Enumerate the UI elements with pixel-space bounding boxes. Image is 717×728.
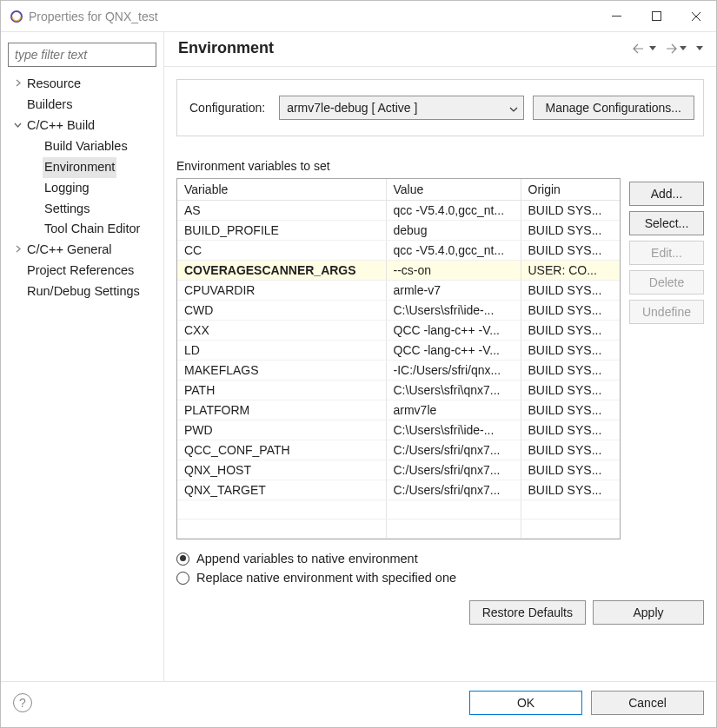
header-nav [632, 43, 704, 54]
env-cell-origin: USER: CO... [521, 261, 620, 281]
ok-button[interactable]: OK [469, 691, 582, 715]
env-cell-variable: CXX [177, 321, 386, 341]
configuration-group: Configuration: armv7le-debug [ Active ] … [176, 79, 704, 136]
tree-item[interactable]: C/C++ Build [6, 116, 158, 136]
env-row[interactable]: QNX_TARGETC:/Users/sfri/qnx7...BUILD SYS… [177, 480, 620, 500]
env-row[interactable]: MAKEFLAGS-IC:/Users/sfri/qnx...BUILD SYS… [177, 361, 620, 381]
nav-tree: ResourceBuildersC/C++ BuildBuild Variabl… [6, 74, 158, 681]
env-row[interactable]: PLATFORMarmv7leBUILD SYS... [177, 400, 620, 420]
col-variable[interactable]: Variable [177, 179, 386, 201]
twisty-collapsed-icon[interactable] [11, 77, 23, 92]
env-cell-origin: BUILD SYS... [521, 381, 620, 400]
cancel-button[interactable]: Cancel [591, 691, 704, 715]
manage-configurations-button[interactable]: Manage Configurations... [533, 96, 694, 120]
env-cell-origin: BUILD SYS... [521, 201, 620, 221]
env-cell-variable: CPUVARDIR [177, 281, 386, 301]
col-origin[interactable]: Origin [521, 179, 620, 201]
env-row[interactable]: ASqcc -V5.4.0,gcc_nt...BUILD SYS... [177, 201, 620, 221]
tree-item[interactable]: Settings [6, 199, 158, 220]
configuration-select[interactable]: armv7le-debug [ Active ] [279, 96, 523, 120]
tree-item[interactable]: Tool Chain Editor [6, 219, 158, 240]
window-title: Properties for QNX_test [29, 10, 596, 23]
tree-item-label: Resource [25, 74, 83, 95]
env-cell-value: QCC -lang-c++ -V... [386, 341, 521, 361]
configuration-value: armv7le-debug [ Active ] [287, 101, 417, 115]
append-radio[interactable]: Append variables to native environment [176, 552, 704, 566]
col-value[interactable]: Value [386, 179, 521, 201]
env-cell-origin: BUILD SYS... [521, 341, 620, 361]
tree-item[interactable]: Logging [6, 178, 158, 199]
env-cell-value: debug [386, 221, 521, 241]
env-row[interactable]: PWDC:\Users\sfri\ide-...BUILD SYS... [177, 420, 620, 440]
configuration-label: Configuration: [189, 101, 265, 115]
edit-button: Edit... [629, 241, 704, 265]
append-radio-label: Append variables to native environment [196, 552, 418, 566]
env-row[interactable]: CPUVARDIRarmle-v7BUILD SYS... [177, 281, 620, 301]
tree-item[interactable]: Build Variables [6, 136, 158, 157]
env-cell-value: C:/Users/sfri/qnx7... [386, 480, 521, 500]
env-cell-value: qcc -V5.4.0,gcc_nt... [386, 241, 521, 261]
maximize-button[interactable] [636, 1, 676, 31]
undefine-button: Undefine [629, 300, 704, 324]
tree-item[interactable]: Builders [6, 95, 158, 116]
env-row[interactable]: CXXQCC -lang-c++ -V...BUILD SYS... [177, 321, 620, 341]
tree-item[interactable]: Run/Debug Settings [6, 281, 158, 302]
select-button[interactable]: Select... [629, 211, 704, 235]
env-row[interactable]: CWDC:\Users\sfri\ide-...BUILD SYS... [177, 301, 620, 321]
env-cell-variable: AS [177, 201, 386, 221]
env-cell-value: C:/Users/sfri/qnx7... [386, 460, 521, 480]
filter-input[interactable] [8, 43, 156, 67]
tree-item[interactable]: Environment [6, 157, 158, 178]
env-row[interactable]: COVERAGESCANNER_ARGS--cs-onUSER: CO... [177, 261, 620, 281]
nav-menu-button[interactable] [693, 43, 704, 54]
env-row[interactable]: QNX_HOSTC:/Users/sfri/qnx7...BUILD SYS..… [177, 460, 620, 480]
env-cell-variable: MAKEFLAGS [177, 361, 386, 381]
env-cell-origin: BUILD SYS... [521, 420, 620, 440]
env-cell-origin: BUILD SYS... [521, 460, 620, 480]
tree-item-label: Project References [25, 261, 136, 281]
restore-defaults-button[interactable]: Restore Defaults [469, 600, 586, 625]
minimize-button[interactable] [596, 1, 636, 31]
env-cell-variable: CWD [177, 301, 386, 321]
env-cell-variable: QNX_TARGET [177, 480, 386, 500]
env-table[interactable]: Variable Value Origin ASqcc -V5.4.0,gcc_… [176, 178, 621, 539]
env-caption: Environment variables to set [176, 159, 621, 173]
content-pane: Environment Conf [164, 32, 716, 681]
twisty-expanded-icon[interactable] [11, 119, 23, 134]
tree-item-label: C/C++ General [25, 240, 114, 261]
apply-button[interactable]: Apply [593, 600, 704, 625]
properties-dialog: Properties for QNX_test ResourceBuilders… [0, 0, 717, 728]
restore-apply-row: Restore Defaults Apply [176, 600, 704, 625]
add-button[interactable]: Add... [629, 182, 704, 206]
env-row[interactable]: CCqcc -V5.4.0,gcc_nt...BUILD SYS... [177, 241, 620, 261]
env-row[interactable]: PATHC:\Users\sfri\qnx7...BUILD SYS... [177, 381, 620, 400]
env-row[interactable]: BUILD_PROFILEdebugBUILD SYS... [177, 221, 620, 241]
env-cell-origin: BUILD SYS... [521, 241, 620, 261]
nav-forward-button[interactable] [662, 43, 687, 54]
env-cell-variable: QNX_HOST [177, 460, 386, 480]
dialog-footer: ? OK Cancel [1, 681, 716, 727]
tree-item-label: Logging [43, 178, 91, 199]
replace-radio[interactable]: Replace native environment with specifie… [176, 571, 704, 585]
env-cell-value: C:/Users/sfri/qnx7... [386, 440, 521, 460]
tree-item-label: Build Variables [43, 136, 129, 157]
twisty-collapsed-icon[interactable] [11, 243, 23, 258]
tree-item[interactable]: Resource [6, 74, 158, 95]
close-button[interactable] [676, 1, 716, 31]
tree-item[interactable]: C/C++ General [6, 240, 158, 261]
env-cell-variable: LD [177, 341, 386, 361]
replace-radio-label: Replace native environment with specifie… [196, 571, 456, 585]
eclipse-icon [10, 10, 23, 23]
environment-section: Environment variables to set Variable Va… [176, 159, 704, 539]
env-cell-origin: BUILD SYS... [521, 480, 620, 500]
env-row[interactable]: LDQCC -lang-c++ -V...BUILD SYS... [177, 341, 620, 361]
env-row[interactable]: QCC_CONF_PATHC:/Users/sfri/qnx7...BUILD … [177, 440, 620, 460]
tree-item[interactable]: Project References [6, 261, 158, 281]
env-cell-origin: BUILD SYS... [521, 440, 620, 460]
help-button[interactable]: ? [13, 693, 32, 712]
env-cell-value: C:\Users\sfri\qnx7... [386, 381, 521, 400]
env-cell-variable: PLATFORM [177, 400, 386, 420]
nav-back-button[interactable] [632, 43, 657, 54]
env-cell-origin: BUILD SYS... [521, 400, 620, 420]
tree-item-label: Environment [43, 157, 116, 178]
